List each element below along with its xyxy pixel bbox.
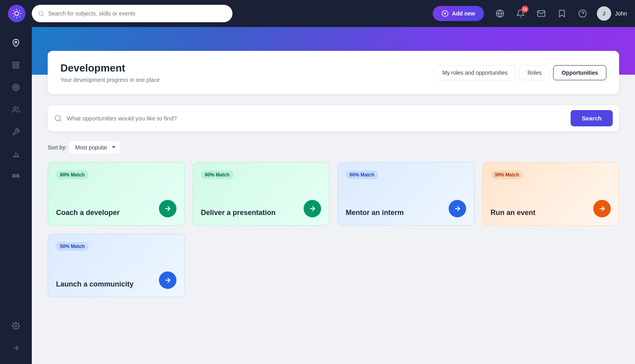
svg-point-31 bbox=[13, 174, 14, 176]
help-button[interactable] bbox=[576, 7, 589, 20]
sidebar-item-people[interactable] bbox=[6, 100, 25, 119]
bookmark-button[interactable] bbox=[556, 7, 568, 20]
sidebar-item-chart[interactable] bbox=[6, 145, 25, 164]
bookmark-icon bbox=[558, 9, 566, 18]
svg-point-32 bbox=[17, 174, 19, 176]
match-badge-5: 50% Match bbox=[56, 242, 89, 251]
sidebar-item-settings[interactable] bbox=[6, 316, 25, 335]
global-search-input[interactable] bbox=[48, 10, 226, 17]
svg-line-4 bbox=[19, 16, 19, 16]
card-title-5: Launch a communicity bbox=[56, 280, 134, 289]
svg-rect-21 bbox=[17, 66, 19, 68]
content-area: Development Your development progress in… bbox=[32, 27, 635, 364]
opportunity-search-section: Search bbox=[48, 105, 619, 131]
card-bottom-2: Deliver a presentation bbox=[201, 200, 321, 217]
help-circle-icon bbox=[578, 9, 587, 18]
target-icon bbox=[12, 83, 20, 91]
arrow-right-icon-2 bbox=[308, 205, 316, 213]
opportunity-card-2[interactable]: 80% Match Deliver a presentation bbox=[193, 162, 330, 226]
card-arrow-btn-3[interactable] bbox=[449, 200, 466, 217]
bar-chart-icon bbox=[12, 150, 20, 158]
global-search-bar[interactable] bbox=[32, 5, 232, 22]
messages-button[interactable] bbox=[535, 7, 548, 20]
sidebar-item-collapse[interactable] bbox=[6, 339, 25, 358]
nav-icons: 10 J John bbox=[494, 6, 627, 21]
opportunities-grid-row2: 50% Match Launch a communicity bbox=[48, 234, 619, 297]
card-bottom-5: Launch a communicity bbox=[56, 271, 176, 289]
svg-line-10 bbox=[43, 15, 44, 16]
tab-opportunities[interactable]: Opportunities bbox=[553, 65, 606, 80]
card-bottom-3: Mentor an interm bbox=[346, 200, 466, 217]
opportunity-search-icon bbox=[54, 114, 62, 122]
sidebar-item-groups[interactable] bbox=[6, 167, 25, 186]
sidebar bbox=[0, 27, 32, 364]
svg-point-25 bbox=[15, 87, 16, 88]
user-name-label: John bbox=[615, 10, 627, 17]
groups-icon bbox=[12, 172, 20, 180]
svg-rect-19 bbox=[13, 62, 15, 65]
sort-label: Sort by: bbox=[48, 144, 68, 151]
opportunity-card-5[interactable]: 50% Match Launch a communicity bbox=[48, 234, 185, 297]
opportunities-grid-row1: 80% Match Coach a developer 80% bbox=[48, 162, 619, 226]
notification-badge: 10 bbox=[521, 6, 529, 13]
notifications-button[interactable]: 10 bbox=[514, 7, 527, 20]
arrow-right-icon-1 bbox=[164, 205, 172, 213]
sidebar-item-tools[interactable] bbox=[6, 122, 25, 141]
plus-circle-icon bbox=[441, 10, 449, 17]
svg-line-3 bbox=[14, 10, 14, 11]
arrow-right-icon-3 bbox=[453, 205, 461, 213]
globe-button[interactable] bbox=[494, 7, 506, 20]
match-badge-1: 80% Match bbox=[56, 170, 89, 179]
sidebar-item-target[interactable] bbox=[6, 78, 25, 97]
card-title-4: Run an event bbox=[491, 208, 536, 217]
card-arrow-btn-4[interactable] bbox=[593, 200, 611, 217]
add-new-button[interactable]: Add new bbox=[433, 6, 484, 21]
main-layout: Development Your development progress in… bbox=[0, 27, 635, 364]
people-icon bbox=[12, 106, 20, 114]
page-content: Development Your development progress in… bbox=[32, 51, 635, 313]
svg-point-26 bbox=[14, 107, 16, 110]
opportunity-card-1[interactable]: 80% Match Coach a developer bbox=[48, 162, 185, 226]
tab-buttons: My roles and opportunities Roles Opportu… bbox=[434, 65, 606, 80]
development-info: Development Your development progress in… bbox=[60, 62, 160, 83]
match-badge-2: 80% Match bbox=[201, 170, 234, 179]
development-subtitle: Your development progress in one place bbox=[60, 77, 160, 83]
sidebar-item-pin[interactable] bbox=[6, 33, 25, 52]
tab-roles[interactable]: Roles bbox=[519, 65, 550, 80]
arrow-right-icon-4 bbox=[598, 205, 606, 213]
svg-line-36 bbox=[60, 120, 61, 121]
avatar: J bbox=[597, 6, 611, 21]
svg-point-18 bbox=[15, 41, 17, 43]
development-card: Development Your development progress in… bbox=[48, 51, 619, 94]
settings-icon bbox=[12, 322, 20, 330]
app-logo bbox=[8, 5, 25, 22]
svg-rect-20 bbox=[17, 62, 19, 65]
pin-icon bbox=[12, 39, 20, 47]
sort-select[interactable]: Most popular Newest Best match A-Z bbox=[68, 141, 120, 154]
sort-row: Sort by: Most popular Newest Best match … bbox=[48, 141, 619, 154]
arrow-right-icon bbox=[12, 344, 20, 352]
card-title-2: Deliver a presentation bbox=[201, 208, 276, 217]
svg-point-9 bbox=[39, 11, 43, 15]
opportunity-search-input[interactable] bbox=[67, 115, 566, 122]
opportunity-card-3[interactable]: 60% Match Mentor an interm bbox=[337, 162, 474, 226]
svg-line-8 bbox=[19, 10, 19, 11]
match-badge-3: 60% Match bbox=[346, 170, 378, 179]
sidebar-bottom bbox=[6, 316, 25, 358]
opportunity-card-4[interactable]: 30% Match Run an event bbox=[482, 162, 620, 226]
match-badge-4: 30% Match bbox=[491, 170, 523, 179]
search-button[interactable]: Search bbox=[571, 110, 613, 126]
card-bottom-1: Coach a developer bbox=[56, 200, 176, 217]
user-menu[interactable]: J John bbox=[597, 6, 627, 21]
tab-my-roles[interactable]: My roles and opportunities bbox=[434, 65, 516, 80]
sidebar-item-grid[interactable] bbox=[6, 56, 25, 75]
development-title: Development bbox=[60, 62, 160, 74]
card-arrow-btn-1[interactable] bbox=[159, 200, 176, 217]
search-icon bbox=[38, 10, 44, 17]
arrow-right-icon-5 bbox=[164, 276, 172, 284]
svg-line-7 bbox=[14, 16, 14, 16]
grid-icon bbox=[12, 61, 20, 69]
card-arrow-btn-2[interactable] bbox=[304, 200, 321, 217]
globe-icon bbox=[496, 9, 504, 18]
card-arrow-btn-5[interactable] bbox=[159, 271, 176, 289]
